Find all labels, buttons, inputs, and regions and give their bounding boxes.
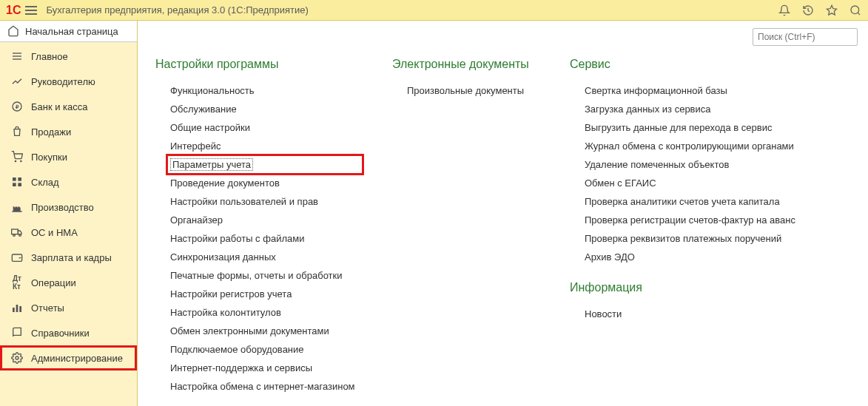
link-delete-marked[interactable]: Удаление помеченных объектов bbox=[585, 155, 814, 174]
search-input[interactable] bbox=[753, 28, 858, 46]
svg-marker-0 bbox=[827, 5, 836, 15]
link-print-forms[interactable]: Печатные формы, отчеты и обработки bbox=[170, 266, 363, 285]
link-general-settings[interactable]: Общие настройки bbox=[170, 118, 363, 137]
link-organizer[interactable]: Органайзер bbox=[170, 211, 363, 229]
section-service-title: Сервис bbox=[570, 58, 814, 71]
ruble-icon: ₽ bbox=[10, 100, 24, 113]
link-file-settings[interactable]: Настройки работы с файлами bbox=[170, 229, 363, 248]
link-maintenance[interactable]: Обслуживание bbox=[170, 100, 363, 118]
svg-rect-10 bbox=[13, 177, 16, 181]
nav-label: Администрирование bbox=[31, 353, 123, 364]
svg-rect-18 bbox=[13, 308, 15, 312]
app-title: Бухгалтерия предприятия, редакция 3.0 (1… bbox=[46, 4, 778, 16]
history-icon[interactable] bbox=[801, 4, 815, 17]
home-link[interactable]: Начальная страница bbox=[0, 21, 137, 42]
wallet-icon bbox=[10, 251, 24, 264]
sidebar: Начальная страница Главное Руководителю … bbox=[0, 21, 138, 406]
link-data-sync[interactable]: Синхронизация данных bbox=[170, 248, 363, 266]
nav-manager[interactable]: Руководителю bbox=[0, 69, 137, 94]
factory-icon bbox=[10, 200, 24, 214]
nav-sales[interactable]: Продажи bbox=[0, 119, 137, 144]
nav-label: Зарплата и кадры bbox=[31, 252, 112, 263]
link-internet-support[interactable]: Интернет-поддержка и сервисы bbox=[170, 359, 363, 377]
svg-rect-11 bbox=[18, 177, 21, 181]
nav-label: Продажи bbox=[31, 126, 71, 138]
nav-label: Склад bbox=[31, 177, 59, 188]
nav-warehouse[interactable]: Склад bbox=[0, 169, 137, 194]
nav-bank[interactable]: ₽ Банк и касса bbox=[0, 94, 137, 119]
boxes-icon bbox=[10, 175, 24, 189]
svg-point-21 bbox=[16, 356, 18, 359]
link-check-payments[interactable]: Проверка реквизитов платежных поручений bbox=[585, 229, 814, 248]
nav-label: Операции bbox=[31, 277, 76, 288]
link-db-rollup[interactable]: Свертка информационной базы bbox=[585, 81, 814, 100]
app-logo: 1C bbox=[6, 4, 21, 17]
link-custom-docs[interactable]: Произвольные документы bbox=[407, 81, 540, 100]
home-label: Начальная страница bbox=[25, 26, 118, 37]
link-accounting-params[interactable]: Параметры учета bbox=[167, 155, 363, 174]
svg-rect-13 bbox=[18, 183, 21, 186]
svg-rect-12 bbox=[13, 183, 16, 186]
trend-icon bbox=[10, 75, 24, 88]
star-icon[interactable] bbox=[825, 4, 838, 17]
link-eshop-exchange[interactable]: Настройка обмена с интернет-магазином bbox=[170, 377, 363, 396]
link-functionality[interactable]: Функциональность bbox=[170, 81, 363, 100]
nav-label: Производство bbox=[31, 202, 94, 213]
menu-icon[interactable] bbox=[25, 6, 37, 15]
nav-production[interactable]: Производство bbox=[0, 194, 137, 220]
link-check-capital[interactable]: Проверка аналитики счетов учета капитала bbox=[585, 192, 814, 211]
nav-reports[interactable]: Отчеты bbox=[0, 295, 137, 320]
link-egais[interactable]: Обмен с ЕГАИС bbox=[585, 174, 814, 192]
svg-point-15 bbox=[13, 234, 16, 237]
section-info-title: Информация bbox=[570, 281, 814, 294]
link-news[interactable]: Новости bbox=[585, 305, 814, 323]
nav-admin[interactable]: Администрирование bbox=[0, 345, 137, 371]
link-interface[interactable]: Интерфейс bbox=[170, 137, 363, 155]
link-edoc-exchange[interactable]: Обмен электронными документами bbox=[170, 322, 363, 340]
link-user-rights[interactable]: Настройки пользователей и прав bbox=[170, 192, 363, 211]
nav-label: Главное bbox=[31, 51, 68, 62]
svg-rect-14 bbox=[12, 229, 18, 234]
link-load-data[interactable]: Загрузка данных из сервиса bbox=[585, 100, 814, 118]
nav-label: Банк и касса bbox=[31, 101, 88, 112]
gear-icon bbox=[10, 351, 24, 365]
bell-icon[interactable] bbox=[778, 4, 791, 17]
svg-rect-19 bbox=[16, 305, 18, 312]
nav-label: Справочники bbox=[31, 328, 90, 339]
nav-label: ОС и НМА bbox=[31, 227, 78, 238]
link-edo-archive[interactable]: Архив ЭДО bbox=[585, 248, 814, 266]
content-area: Настройки программы Функциональность Обс… bbox=[138, 21, 868, 406]
nav-operations[interactable]: ДтКт Операции bbox=[0, 270, 137, 295]
link-register-settings[interactable]: Настройки регистров учета bbox=[170, 285, 363, 303]
link-export-data[interactable]: Выгрузить данные для перехода в сервис bbox=[585, 118, 814, 137]
cart-icon bbox=[10, 150, 24, 163]
link-check-invoices[interactable]: Проверка регистрации счетов-фактур на ав… bbox=[585, 211, 814, 229]
nav-salary[interactable]: Зарплата и кадры bbox=[0, 245, 137, 270]
chart-icon bbox=[10, 301, 24, 314]
link-equipment[interactable]: Подключаемое оборудование bbox=[170, 340, 363, 359]
nav-directories[interactable]: Справочники bbox=[0, 320, 137, 345]
svg-point-9 bbox=[21, 160, 21, 161]
nav-items: Главное Руководителю ₽ Банк и касса Прод… bbox=[0, 42, 137, 371]
svg-point-1 bbox=[851, 6, 859, 14]
svg-point-8 bbox=[15, 160, 16, 161]
nav-assets[interactable]: ОС и НМА bbox=[0, 220, 137, 245]
svg-point-16 bbox=[19, 234, 21, 237]
section-settings-title: Настройки программы bbox=[155, 58, 363, 71]
nav-label: Отчеты bbox=[31, 302, 64, 314]
section-edocs-title: Электронные документы bbox=[392, 58, 540, 71]
search-icon[interactable] bbox=[849, 4, 862, 17]
journal-icon: ДтКт bbox=[10, 276, 24, 289]
svg-rect-20 bbox=[19, 306, 21, 312]
bag-icon bbox=[10, 125, 24, 138]
nav-main[interactable]: Главное bbox=[0, 44, 137, 69]
svg-line-2 bbox=[858, 13, 860, 15]
titlebar: 1C Бухгалтерия предприятия, редакция 3.0… bbox=[0, 0, 868, 21]
link-exchange-journal[interactable]: Журнал обмена с контролирующими органами bbox=[585, 137, 814, 155]
link-doc-posting[interactable]: Проведение документов bbox=[170, 174, 363, 192]
link-headers-footers[interactable]: Настройка колонтитулов bbox=[170, 303, 363, 322]
titlebar-actions bbox=[778, 4, 862, 17]
nav-label: Покупки bbox=[31, 152, 67, 163]
list-icon bbox=[10, 50, 24, 63]
nav-purchases[interactable]: Покупки bbox=[0, 144, 137, 169]
